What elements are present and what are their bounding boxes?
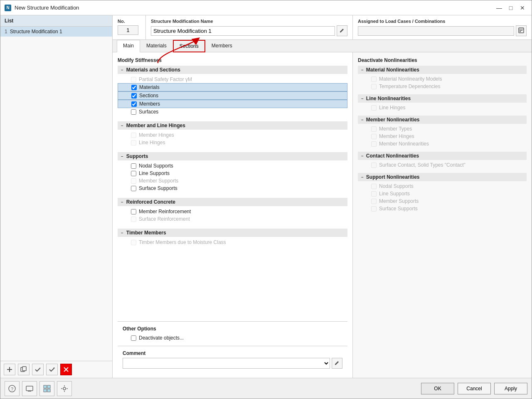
nodal-supports-r-row: Nodal Supports (358, 182, 527, 190)
display-button[interactable] (22, 381, 37, 396)
collapse-timber-members[interactable]: − (120, 231, 124, 235)
tab-main[interactable]: Main (117, 40, 140, 52)
svg-rect-1 (9, 367, 10, 372)
svg-rect-11 (521, 30, 522, 31)
member-types-checkbox[interactable] (371, 126, 377, 132)
line-supports-checkbox[interactable] (131, 171, 136, 176)
reinforced-concrete-title: − Reinforced Concrete (118, 198, 347, 206)
collapse-supports[interactable]: − (120, 154, 124, 159)
line-hinges-r-checkbox[interactable] (371, 105, 377, 111)
comment-label: Comment (123, 350, 342, 356)
member-supports-r-row: Member Supports (358, 197, 527, 205)
supports-title: − Supports (118, 152, 347, 160)
assigned-label: Assigned to Load Cases / Combinations (358, 19, 527, 24)
cancel-button[interactable]: Cancel (458, 383, 491, 394)
member-hinges-checkbox[interactable] (131, 133, 136, 138)
comment-edit-button[interactable] (332, 358, 342, 369)
svg-rect-18 (44, 385, 47, 388)
collapse-support-nonlinearities[interactable]: − (360, 175, 365, 180)
sections-row: Sections (118, 91, 347, 100)
line-hinges-r-label: Line Hinges (379, 105, 405, 111)
timber-members-title: − Timber Members (118, 229, 347, 237)
line-supports-r-label: Line Supports (379, 191, 410, 197)
settings-button[interactable] (57, 381, 72, 396)
surface-supports-r-label: Surface Supports (379, 206, 418, 212)
no-input[interactable]: 1 (118, 25, 138, 35)
line-supports-row: Line Supports (118, 170, 347, 177)
materials-checkbox[interactable] (131, 85, 137, 90)
delete-button[interactable] (60, 364, 72, 375)
nodal-supports-checkbox[interactable] (131, 163, 136, 169)
assigned-input[interactable] (358, 26, 514, 36)
temperature-dependencies-row: Temperature Dependencies (358, 83, 527, 90)
line-hinges-label: Line Hinges (139, 140, 165, 145)
surface-reinforcement-checkbox[interactable] (131, 217, 136, 222)
check-button[interactable] (32, 364, 44, 375)
sections-label: Sections (139, 93, 158, 99)
collapse-materials-sections[interactable]: − (120, 68, 124, 72)
contact-nonlinearities-block: − Contact Nonlinearities Surface Contact… (358, 152, 527, 169)
grid-button[interactable] (39, 381, 54, 396)
name-input[interactable] (151, 26, 335, 36)
line-hinges-checkbox[interactable] (131, 140, 136, 145)
name-edit-button[interactable] (337, 25, 347, 36)
tab-materials[interactable]: Materials (140, 40, 173, 52)
member-nonlinearities-r-checkbox[interactable] (371, 141, 377, 147)
collapse-material-nonlinearities[interactable]: − (360, 68, 365, 72)
tab-sections[interactable]: Sections (173, 40, 205, 52)
member-hinges-r-row: Member Hinges (358, 133, 527, 140)
help-button[interactable]: ? (5, 381, 20, 396)
temperature-dependencies-checkbox[interactable] (371, 84, 377, 89)
assigned-edit-button[interactable] (516, 25, 527, 36)
member-nonlinearities-title: − Member Nonlinearities (358, 116, 527, 124)
collapse-member-line-hinges[interactable]: − (120, 123, 124, 128)
surfaces-checkbox[interactable] (131, 109, 136, 115)
comment-section: Comment (118, 346, 347, 373)
member-hinges-r-checkbox[interactable] (371, 134, 377, 139)
add-item-button[interactable] (4, 364, 15, 375)
bottom-right-buttons: OK Cancel Apply (421, 383, 527, 394)
form-name-section: Structure Modification Name (146, 15, 353, 39)
collapse-reinforced-concrete[interactable]: − (120, 200, 124, 204)
deactivate-objects-checkbox[interactable] (131, 335, 136, 341)
collapse-contact-nonlinearities[interactable]: − (360, 154, 365, 158)
sections-checkbox[interactable] (131, 93, 137, 99)
member-supports-r-checkbox[interactable] (371, 199, 377, 204)
apply-button[interactable]: Apply (494, 383, 527, 394)
partial-safety-checkbox[interactable] (131, 77, 136, 82)
surface-reinforcement-row: Surface Reinforcement (118, 215, 347, 223)
main-content: List 1 Structure Modification 1 (0, 15, 532, 378)
check2-button[interactable] (46, 364, 58, 375)
timber-moisture-checkbox[interactable] (131, 240, 136, 245)
surface-supports-row: Surface Supports (118, 185, 347, 192)
collapse-member-nonlinearities[interactable]: − (360, 118, 365, 122)
ok-button[interactable]: OK (421, 383, 454, 394)
line-supports-r-checkbox[interactable] (371, 191, 377, 197)
maximize-button[interactable]: □ (506, 4, 516, 12)
members-checkbox[interactable] (131, 101, 137, 107)
members-row: Members (118, 100, 347, 108)
list-item-number: 1 (5, 29, 7, 34)
surface-supports-r-checkbox[interactable] (371, 206, 377, 212)
bottom-toolbar: ? OK Cancel Apply (0, 378, 532, 399)
timber-moisture-row: Timber Members due to Moisture Class (118, 239, 347, 246)
member-reinforcement-checkbox[interactable] (131, 209, 136, 214)
tab-members[interactable]: Members (205, 40, 239, 52)
line-nonlinearities-title: − Line Nonlinearities (358, 94, 527, 103)
list-item[interactable]: 1 Structure Modification 1 (0, 27, 112, 37)
material-nonlinearity-models-checkbox[interactable] (371, 76, 377, 82)
surface-contact-row: Surface Contact, Solid Types "Contact" (358, 161, 527, 169)
window-title: New Structure Modification (15, 5, 79, 11)
minimize-button[interactable]: — (494, 4, 504, 12)
form-no-section: No. 1 (113, 15, 146, 39)
materials-sections-block: − Materials and Sections Partial Safety … (118, 66, 347, 116)
comment-input[interactable] (123, 358, 330, 369)
collapse-line-nonlinearities[interactable]: − (360, 96, 365, 101)
member-supports-checkbox[interactable] (131, 178, 136, 184)
nodal-supports-r-checkbox[interactable] (371, 184, 377, 189)
surface-supports-checkbox[interactable] (131, 186, 136, 191)
close-button[interactable]: ✕ (517, 4, 527, 12)
surface-contact-checkbox[interactable] (371, 163, 377, 168)
material-nonlinearity-models-row: Material Nonlinearity Models (358, 75, 527, 83)
duplicate-item-button[interactable] (18, 364, 30, 375)
